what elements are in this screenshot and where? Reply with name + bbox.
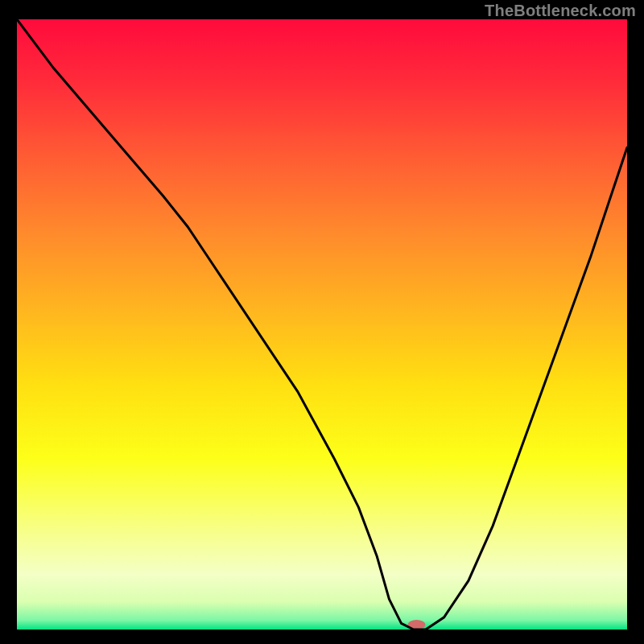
chart-svg: [17, 19, 627, 630]
attribution-text: TheBottleneck.com: [485, 2, 636, 20]
plot-area: [17, 19, 627, 630]
chart-background: [17, 19, 627, 630]
chart-container: TheBottleneck.com: [0, 0, 644, 644]
